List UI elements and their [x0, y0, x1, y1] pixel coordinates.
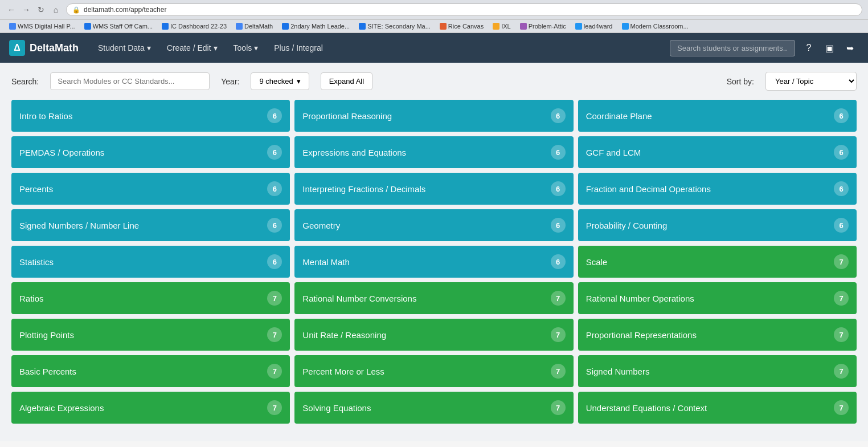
bookmark-item[interactable]: DeltaMath — [232, 22, 276, 31]
module-badge: 7 — [834, 400, 849, 415]
module-card[interactable]: Basic Percents7 — [11, 355, 290, 387]
module-card[interactable]: Rational Number Conversions7 — [294, 282, 573, 314]
bookmark-item[interactable]: Rice Canvas — [436, 22, 487, 31]
bookmark-label: Modern Classroom... — [630, 23, 689, 30]
brand[interactable]: Δ DeltaMath — [9, 40, 79, 56]
module-badge: 7 — [267, 291, 282, 306]
module-badge: 6 — [551, 254, 566, 269]
nav-plus-integral[interactable]: Plus / Integral — [266, 33, 331, 63]
module-name: Basic Percents — [19, 367, 267, 376]
module-name: Scale — [586, 257, 834, 267]
module-name: Signed Numbers / Number Line — [19, 221, 267, 230]
bookmark-label: SITE: Secondary Ma... — [367, 23, 431, 30]
module-badge: 6 — [834, 145, 849, 160]
bookmark-icon — [575, 23, 582, 30]
bookmark-item[interactable]: WMS Digital Hall P... — [6, 22, 79, 31]
module-badge: 7 — [834, 291, 849, 306]
module-card[interactable]: Signed Numbers / Number Line6 — [11, 209, 290, 241]
bookmark-icon — [84, 23, 91, 30]
sort-label: Sort by: — [727, 77, 754, 86]
logout-button[interactable]: ➥ — [841, 39, 859, 57]
module-card[interactable]: Probability / Counting6 — [578, 209, 857, 241]
modules-grid: Intro to Ratios6Proportional Reasoning6C… — [11, 100, 857, 424]
address-bar[interactable]: 🔒 deltamath.com/app/teacher — [66, 3, 862, 16]
module-card[interactable]: GCF and LCM6 — [578, 136, 857, 168]
year-filter-button[interactable]: 9 checked ▾ — [251, 72, 309, 90]
module-card[interactable]: Plotting Points7 — [11, 319, 290, 351]
module-badge: 7 — [834, 327, 849, 342]
bookmark-item[interactable]: 2ndary Math Leade... — [279, 22, 353, 31]
calculator-button[interactable]: ▣ — [820, 39, 838, 57]
module-badge: 6 — [267, 218, 282, 233]
main-content: Search: Year: 9 checked ▾ Expand All Sor… — [0, 63, 868, 441]
bookmark-item[interactable]: IC Dashboard 22-23 — [158, 22, 230, 31]
module-card[interactable]: Algebraic Expressions7 — [11, 392, 290, 424]
nav-tools[interactable]: Tools ▾ — [226, 33, 267, 63]
module-card[interactable]: Coordinate Plane6 — [578, 100, 857, 132]
module-badge: 6 — [551, 108, 566, 123]
module-badge: 6 — [267, 254, 282, 269]
module-name: GCF and LCM — [586, 148, 834, 157]
module-card[interactable]: Intro to Ratios6 — [11, 100, 290, 132]
module-name: Mental Math — [302, 257, 550, 267]
bookmark-label: IXL — [501, 23, 511, 30]
module-badge: 6 — [551, 145, 566, 160]
module-card[interactable]: Mental Math6 — [294, 246, 573, 278]
module-card[interactable]: Scale7 — [578, 246, 857, 278]
bookmark-icon — [359, 23, 366, 30]
module-card[interactable]: Percent More or Less7 — [294, 355, 573, 387]
module-card[interactable]: Rational Number Operations7 — [578, 282, 857, 314]
bookmark-item[interactable]: WMS Staff Off Cam... — [81, 22, 156, 31]
module-badge: 6 — [551, 218, 566, 233]
module-name: Statistics — [19, 257, 267, 267]
home-button[interactable]: ⌂ — [50, 4, 62, 15]
module-badge: 7 — [551, 364, 566, 379]
module-card[interactable]: Percents6 — [11, 173, 290, 205]
bookmark-item[interactable]: SITE: Secondary Ma... — [355, 22, 434, 31]
module-badge: 6 — [267, 181, 282, 196]
bookmarks-bar: WMS Digital Hall P...WMS Staff Off Cam..… — [0, 20, 868, 33]
module-card[interactable]: Signed Numbers7 — [578, 355, 857, 387]
module-card[interactable]: Proportional Representations7 — [578, 319, 857, 351]
bookmark-label: Rice Canvas — [448, 23, 484, 30]
module-search-input[interactable] — [50, 72, 210, 90]
help-button[interactable]: ? — [800, 39, 818, 57]
sort-select[interactable]: Year / TopicAlphabeticalGrade Level — [765, 72, 857, 91]
refresh-button[interactable]: ↻ — [35, 4, 47, 15]
bookmark-icon — [440, 23, 447, 30]
bookmark-item[interactable]: Modern Classroom... — [619, 22, 692, 31]
back-button[interactable]: ← — [6, 4, 17, 15]
module-name: Plotting Points — [19, 330, 267, 340]
module-card[interactable]: Unit Rate / Reasoning7 — [294, 319, 573, 351]
bookmark-item[interactable]: Problem-Attic — [517, 22, 570, 31]
module-name: Proportional Representations — [586, 330, 834, 340]
nav-student-data[interactable]: Student Data ▾ — [90, 33, 159, 63]
nav-search-input[interactable] — [670, 40, 795, 56]
expand-all-button[interactable]: Expand All — [321, 72, 372, 90]
module-badge: 6 — [834, 218, 849, 233]
module-card[interactable]: Solving Equations7 — [294, 392, 573, 424]
bookmark-item[interactable]: IXL — [489, 22, 514, 31]
module-card[interactable]: Interpreting Fractions / Decimals6 — [294, 173, 573, 205]
module-badge: 6 — [834, 181, 849, 196]
bookmark-label: WMS Staff Off Cam... — [93, 23, 153, 30]
forward-button[interactable]: → — [21, 4, 32, 15]
browser-nav-controls[interactable]: ← → ↻ ⌂ — [6, 4, 62, 15]
module-badge: 6 — [267, 145, 282, 160]
module-card[interactable]: Understand Equations / Context7 — [578, 392, 857, 424]
nav-create-edit[interactable]: Create / Edit ▾ — [159, 33, 226, 63]
module-name: Algebraic Expressions — [19, 403, 267, 413]
module-card[interactable]: Expressions and Equations6 — [294, 136, 573, 168]
module-name: Unit Rate / Reasoning — [302, 330, 550, 340]
module-card[interactable]: Geometry6 — [294, 209, 573, 241]
bookmark-icon — [9, 23, 16, 30]
module-card[interactable]: Statistics6 — [11, 246, 290, 278]
module-card[interactable]: PEMDAS / Operations6 — [11, 136, 290, 168]
bookmark-icon — [162, 23, 169, 30]
module-card[interactable]: Fraction and Decimal Operations6 — [578, 173, 857, 205]
module-card[interactable]: Ratios7 — [11, 282, 290, 314]
bookmark-item[interactable]: lead4ward — [572, 22, 616, 31]
bookmark-label: 2ndary Math Leade... — [290, 23, 350, 30]
module-badge: 7 — [551, 400, 566, 415]
module-card[interactable]: Proportional Reasoning6 — [294, 100, 573, 132]
